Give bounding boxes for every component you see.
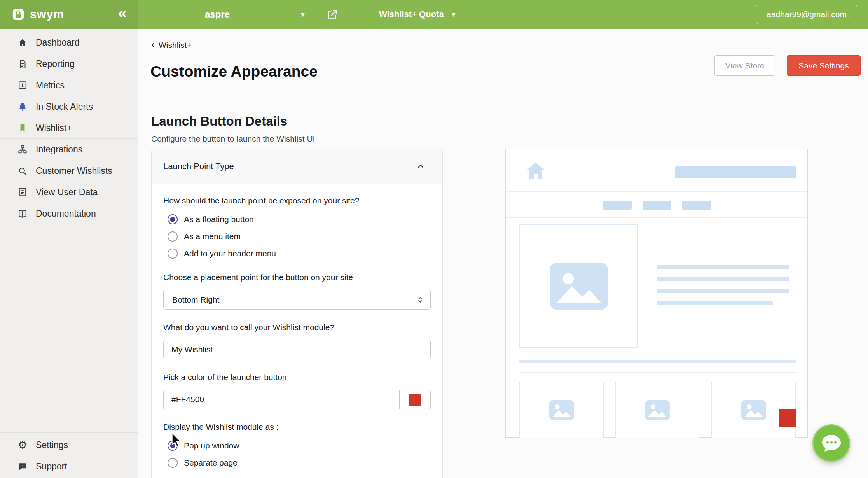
radio-label: Pop up window [184,441,239,450]
chevron-up-icon[interactable] [416,162,425,171]
preview-product-card [615,382,699,438]
report-icon [17,59,28,70]
user-data-icon [17,187,28,198]
breadcrumb-label: Wishlist+ [159,40,192,50]
metrics-icon [17,80,28,91]
preview-text-line [657,265,789,269]
sidebar-item-integrations[interactable]: Integrations [0,139,138,160]
sidebar-item-support[interactable]: Support [0,456,138,477]
color-swatch-button[interactable] [399,390,430,409]
search-icon [17,166,28,177]
save-settings-button[interactable]: Save Settings [787,55,861,76]
sidebar-item-label: In Stock Alerts [36,102,93,112]
radio-icon[interactable] [168,249,178,259]
placement-select[interactable]: Bottom Right [163,290,431,310]
radio-icon[interactable] [168,441,178,451]
display-mode-label: Display the Wishlist module as : [163,422,431,432]
radio-label: Add to your header menu [184,249,276,258]
sidebar-item-label: Reporting [36,59,75,69]
store-selector-label: aspre [205,9,230,20]
sidebar-item-in-stock-alerts[interactable]: In Stock Alerts [0,96,138,117]
radio-add-to-header-menu[interactable]: Add to your header menu [163,247,431,259]
panel-header[interactable]: Launch Point Type [152,149,442,184]
radio-label: As a menu item [184,232,241,241]
sidebar-item-metrics[interactable]: Metrics [0,75,138,96]
image-icon [645,400,670,420]
preview-text-line [657,289,789,293]
radio-label: Separate page [184,458,238,467]
preview-section-bar [519,372,796,373]
radio-separate-page[interactable]: Separate page [163,457,431,469]
sidebar-item-label: Settings [36,440,68,450]
image-icon [550,263,608,310]
sidebar-item-wishlist-plus[interactable]: Wishlist+ [0,117,138,139]
header-actions: View Store Save Settings [714,55,861,76]
sidebar-footer: ⚙ Settings Support [0,432,138,477]
sidebar-item-label: Documentation [36,208,96,219]
radio-icon[interactable] [168,231,178,242]
sidebar-item-view-user-data[interactable]: View User Data [0,182,138,203]
gear-icon: ⚙ [17,440,28,451]
store-selector[interactable]: aspre ▾ [205,9,304,20]
module-name-input[interactable] [163,340,431,359]
launcher-color-value[interactable]: #FF4500 [164,390,399,409]
chat-icon [17,461,28,472]
sidebar-item-label: Customer Wishlists [36,166,112,176]
panel-header-label: Launch Point Type [163,161,234,172]
sidebar-item-documentation[interactable]: Documentation [0,203,138,224]
view-store-button[interactable]: View Store [714,55,775,76]
account-email[interactable]: aadhar99@gmail.com [756,5,857,24]
wishlist-quota-label: Wishlist+ Quota [379,9,444,19]
topbar: swym « aspre ▾ Wishlist+ Quota ▾ aadhar9… [0,0,868,29]
main-content: ‹ Wishlist+ Customize Appearance View St… [138,29,868,478]
preview-section-bar [519,360,796,363]
external-link-icon[interactable] [327,9,338,20]
sidebar-item-reporting[interactable]: Reporting [0,53,138,75]
bell-icon [17,102,28,112]
page-title: Customize Appearance [150,63,318,80]
placement-select-value: Bottom Right [172,295,219,305]
sidebar-list: Dashboard Reporting Metrics In Stock Ale… [0,29,138,224]
exposure-question: How should the launch point be exposed o… [163,196,431,205]
preview-product-image-placeholder [519,224,638,348]
preview-nav-block [603,201,632,210]
preview-divider [506,191,807,192]
up-down-stepper-icon [416,296,424,304]
radio-as-floating-button[interactable]: As a floating button [163,213,431,225]
chat-fab-button[interactable] [812,424,850,462]
sidebar-item-label: Metrics [36,80,65,91]
color-swatch [409,394,421,406]
launcher-color-label: Pick a color of the launcher button [163,373,431,382]
preview-nav-block [682,201,711,210]
preview-launcher-button [779,409,796,427]
chevron-left-icon: ‹ [151,39,155,50]
breadcrumb[interactable]: ‹ Wishlist+ [151,40,192,50]
book-icon [17,208,28,219]
image-icon [549,400,574,420]
radio-icon[interactable] [168,458,178,468]
radio-pop-up-window[interactable]: Pop up window [163,439,431,452]
sidebar-item-customer-wishlists[interactable]: Customer Wishlists [0,160,138,182]
preview-header-block [675,166,796,178]
panel-body: How should the launch point be exposed o… [152,184,442,478]
launcher-color-field[interactable]: #FF4500 [163,390,431,409]
radio-icon[interactable] [168,214,178,224]
topbar-brand-zone: swym « [0,0,138,29]
radio-as-menu-item[interactable]: As a menu item [163,230,431,242]
sidebar-item-label: Wishlist+ [36,123,72,133]
integrations-icon [17,144,28,155]
brand-text: swym [30,7,64,21]
sidebar-item-settings[interactable]: ⚙ Settings [0,434,138,456]
sidebar-item-dashboard[interactable]: Dashboard [0,32,138,53]
sidebar-collapse-button[interactable]: « [118,5,127,21]
wishlist-quota-menu[interactable]: Wishlist+ Quota ▾ [379,9,455,19]
sidebar-item-label: Dashboard [36,37,80,48]
sidebar-item-label: Integrations [36,144,82,155]
bookmark-icon [17,123,28,133]
section-subtitle: Configure the button to launch the Wishl… [151,134,315,144]
swym-logo: swym [12,7,64,21]
preview-text-line [657,277,789,281]
home-icon [17,37,28,48]
chat-bubble-icon [821,434,842,453]
caret-down-icon: ▾ [452,11,455,19]
